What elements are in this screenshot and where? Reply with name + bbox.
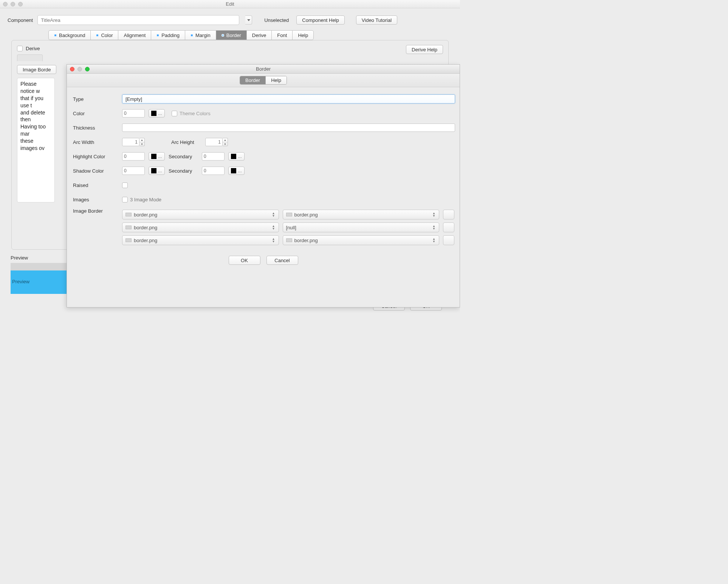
thickness-input[interactable]	[122, 124, 455, 132]
highlight-secondary-well[interactable]: …	[228, 152, 245, 161]
shadow-color-well[interactable]: …	[149, 167, 165, 175]
image-border-combo-4[interactable]: [null]▲▼	[283, 222, 440, 232]
thickness-label: Thickness	[73, 125, 122, 131]
dialog-tab-border[interactable]: Border	[240, 76, 266, 84]
thumbnail-icon	[125, 213, 132, 216]
updown-icon: ▲▼	[431, 238, 437, 243]
raised-label: Raised	[73, 182, 122, 188]
arc-width-stepper[interactable]: ▲▼	[122, 138, 145, 146]
subpanel-tab[interactable]	[17, 54, 43, 61]
image-border-label: Image Border	[73, 208, 122, 214]
property-tabs: Background Color Alignment Padding Margi…	[48, 30, 452, 40]
highlight-secondary-label: Secondary	[169, 154, 202, 159]
dot-icon	[54, 34, 57, 37]
tab-alignment[interactable]: Alignment	[118, 30, 151, 40]
color-input[interactable]	[122, 109, 145, 117]
image-border-combo-3[interactable]: border.png▲▼	[122, 222, 279, 232]
shadow-color-input[interactable]	[122, 167, 145, 175]
derive-help-button[interactable]: Derive Help	[406, 45, 443, 54]
video-tutorial-button[interactable]: Video Tutorial	[356, 15, 397, 25]
arc-height-stepper[interactable]: ▲▼	[205, 138, 228, 146]
theme-colors-checkbox[interactable]	[172, 111, 177, 116]
three-image-mode-checkbox[interactable]	[122, 197, 128, 202]
dialog-tab-help[interactable]: Help	[266, 76, 287, 84]
dot-icon	[221, 34, 224, 37]
image-border-edge-1[interactable]	[443, 210, 454, 219]
ellipsis-icon: …	[158, 154, 162, 159]
tab-font[interactable]: Font	[271, 30, 292, 40]
color-well[interactable]: …	[149, 109, 165, 117]
image-border-combo-2[interactable]: border.png▲▼	[283, 210, 440, 219]
component-state: Unselected	[264, 17, 289, 23]
shadow-secondary-input[interactable]	[202, 167, 225, 175]
highlight-secondary-input[interactable]	[202, 152, 225, 161]
images-label: Images	[73, 197, 122, 202]
type-combo[interactable]: [Empty]	[122, 94, 455, 104]
component-input[interactable]	[41, 17, 230, 23]
arc-width-input[interactable]	[122, 138, 139, 146]
tab-help[interactable]: Help	[292, 30, 314, 40]
close-icon[interactable]	[70, 67, 74, 71]
parent-window-titlebar: Edit	[0, 0, 460, 8]
dialog-ok-button[interactable]: OK	[229, 256, 260, 265]
type-value: [Empty]	[125, 96, 142, 102]
preview-text: Preview	[12, 279, 29, 284]
chevron-down-icon	[247, 19, 250, 21]
dialog-title: Border	[67, 66, 460, 72]
stepper-arrows[interactable]: ▲▼	[139, 138, 145, 146]
updown-icon: ▲▼	[271, 225, 276, 230]
updown-icon: ▲▼	[271, 212, 276, 217]
raised-checkbox[interactable]	[122, 182, 128, 188]
minimize-icon[interactable]	[11, 2, 15, 6]
window-title: Edit	[0, 1, 460, 7]
tab-margin[interactable]: Margin	[185, 30, 216, 40]
thumbnail-icon	[125, 226, 132, 229]
type-label: Type	[73, 96, 122, 102]
stepper-arrows[interactable]: ▲▼	[223, 138, 228, 146]
component-combo[interactable]	[37, 15, 239, 25]
image-border-edge-3[interactable]	[443, 235, 454, 245]
swatch-icon	[231, 154, 236, 159]
image-border-combo-5[interactable]: border.png▲▼	[122, 235, 279, 245]
minimize-icon[interactable]	[77, 67, 82, 71]
shadow-secondary-label: Secondary	[169, 168, 202, 174]
component-help-button[interactable]: Component Help	[296, 15, 345, 25]
highlight-color-well[interactable]: …	[149, 152, 165, 161]
dialog-cancel-button[interactable]: Cancel	[266, 256, 298, 265]
tab-padding[interactable]: Padding	[151, 30, 185, 40]
shadow-secondary-well[interactable]: …	[228, 167, 245, 175]
image-border-combo-1[interactable]: border.png▲▼	[122, 210, 279, 219]
thumbnail-icon	[125, 238, 132, 242]
shadow-color-label: Shadow Color	[73, 168, 122, 174]
highlight-color-label: Highlight Color	[73, 154, 122, 159]
tab-border[interactable]: Border	[216, 30, 246, 40]
image-border-combo-6[interactable]: border.png▲▼	[283, 235, 440, 245]
image-border-edge-2[interactable]	[443, 222, 454, 232]
tab-color[interactable]: Color	[90, 30, 118, 40]
swatch-icon	[231, 168, 236, 173]
zoom-icon[interactable]	[85, 67, 90, 71]
swatch-icon	[151, 154, 156, 159]
arc-height-input[interactable]	[205, 138, 223, 146]
three-image-mode-label: 3 Image Mode	[130, 197, 161, 202]
theme-colors-label: Theme Colors	[180, 111, 211, 116]
dialog-titlebar: Border	[67, 65, 460, 74]
highlight-color-input[interactable]	[122, 152, 145, 161]
updown-icon: ▲▼	[271, 238, 276, 243]
image-border-button[interactable]: Image Borde	[17, 65, 56, 74]
close-icon[interactable]	[3, 2, 8, 6]
color-label: Color	[73, 111, 122, 116]
tab-background[interactable]: Background	[48, 30, 90, 40]
zoom-icon[interactable]	[18, 2, 23, 6]
traffic-lights	[70, 67, 90, 71]
notice-text: Please notice w that if you use t and de…	[17, 78, 55, 202]
updown-icon: ▲▼	[431, 225, 437, 230]
dot-icon	[156, 34, 159, 37]
chevron-down-icon: ▼	[139, 142, 144, 146]
tab-derive[interactable]: Derive	[246, 30, 272, 40]
ellipsis-icon: …	[158, 168, 162, 173]
chevron-up-icon: ▲	[223, 138, 228, 142]
derive-checkbox[interactable]	[17, 46, 23, 51]
dialog-tabs: Border Help	[240, 76, 287, 85]
component-dropdown-button[interactable]	[245, 15, 252, 25]
